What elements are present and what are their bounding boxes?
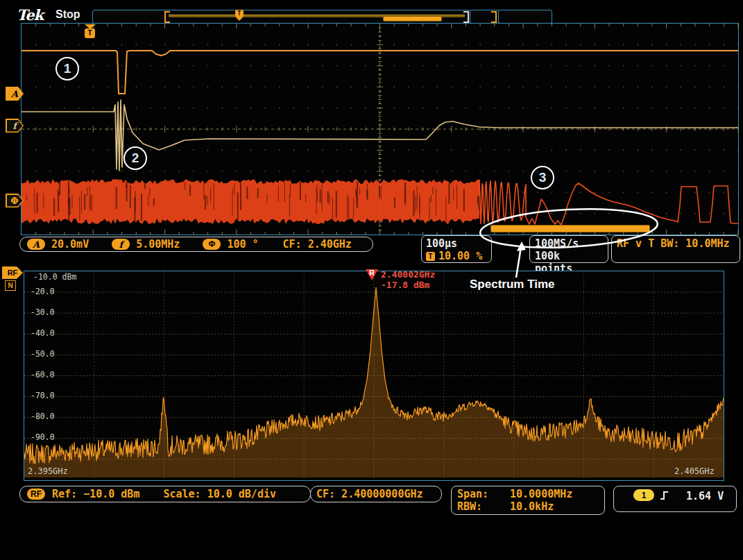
rising-edge-icon <box>660 490 669 504</box>
y-axis-label: -80.0 <box>31 411 55 421</box>
timeline-bracket-open <box>164 11 170 23</box>
y-axis-label: -90.0 <box>31 432 55 442</box>
rf-spectrum-readout-bar[interactable]: RF Ref: −10.0 dBm Scale: 10.0 dB/div <box>19 486 311 502</box>
span-value: 10.0000MHz <box>510 488 572 500</box>
normal-trace-badge: N <box>5 280 16 291</box>
y-axis-label: -70.0 <box>31 391 55 400</box>
trigger-position-readout: 10.00 % <box>438 250 482 262</box>
rbw-value: 10.0kHz <box>510 500 554 513</box>
span-label: Span: <box>457 488 510 500</box>
timeline-trigger-marker: T <box>235 10 244 21</box>
rf-bandwidth-readout[interactable]: RF v T BW: 10.0MHz <box>611 235 740 263</box>
y-axis-label: -30.0 <box>31 307 55 317</box>
y-axis-label: -20.0 <box>31 287 55 296</box>
center-frequency-readout[interactable]: CF: 2.40000000GHz <box>310 486 442 502</box>
timebase-readout[interactable]: 100µs T 10.00 % <box>421 235 492 263</box>
spectrum-trace <box>24 271 724 480</box>
trigger-position-marker: T <box>85 24 96 38</box>
callout-1: 1 <box>55 57 79 80</box>
rf-vs-time-bw: RF v T BW: 10.0MHz <box>617 237 735 250</box>
start-frequency-label: 2.395GHz <box>28 466 68 476</box>
reference-marker-letter: R <box>369 269 375 277</box>
y-axis-label: -50.0 <box>31 349 55 359</box>
amplitude-readout: 20.0mV <box>51 238 89 251</box>
trigger-badge: T <box>426 252 435 261</box>
acquisition-status: Stop <box>55 8 80 21</box>
time-domain-traces <box>22 24 738 235</box>
callout-2: 2 <box>123 146 147 170</box>
ref-level-readout: Ref: −10.0 dBm <box>52 488 139 500</box>
trigger-readout[interactable]: 1 1.64 V <box>613 486 737 512</box>
channel-1-badge: 1 <box>633 489 654 501</box>
span-rbw-readout[interactable]: Span: 10.0000MHz RBW: 10.0kHz <box>451 486 605 515</box>
trigger-level-readout: 1.64 V <box>686 490 724 502</box>
tek-logo: Tek <box>17 6 43 24</box>
rf-badge: RF <box>27 489 45 500</box>
oscilloscope-screen: Tek Stop T T A f Φ A 20.0mV f 5.00MHz Φ … <box>0 0 743 560</box>
rbw-label: RBW: <box>457 500 510 513</box>
ref-level-label: -10.0 dBm <box>33 272 76 282</box>
rf-time-readout-bar[interactable]: A 20.0mV f 5.00MHz Φ 100 ° CF: 2.40GHz <box>19 237 373 252</box>
y-axis-label: -60.0 <box>31 370 55 380</box>
rf-channel-badge: RF <box>2 266 23 279</box>
cf-value: CF: 2.40000000GHz <box>316 488 423 500</box>
y-axis-label: -40.0 <box>31 328 55 338</box>
marker-frequency-readout: 2.40002GHz <box>381 269 435 280</box>
frequency-badge: f <box>112 239 130 250</box>
amplitude-badge: A <box>27 239 45 250</box>
callout-3: 3 <box>531 166 554 189</box>
timeline-pan-box[interactable] <box>498 10 552 24</box>
frequency-readout: 5.00MHz <box>136 238 180 251</box>
marker-amplitude-readout: -17.8 dBm <box>381 280 429 290</box>
timeline-bracket-zoom <box>491 11 497 23</box>
time-domain-graticule <box>21 23 739 235</box>
record-readout[interactable]: 100MS/s 100k points <box>529 235 608 263</box>
spectrum-time-bar <box>490 225 650 232</box>
spectrum-time-label: Spectrum Time <box>470 278 555 291</box>
timeline-highlight-bar <box>383 16 442 22</box>
cf-readout: CF: 2.40GHz <box>283 238 352 251</box>
horizontal-scale: 100µs <box>426 237 487 250</box>
sample-rate: 100MS/s <box>535 237 603 250</box>
phase-readout: 100 ° <box>227 238 258 251</box>
phase-badge: Φ <box>203 239 221 250</box>
stop-frequency-label: 2.405GHz <box>674 466 715 476</box>
timeline-bracket-close <box>463 11 469 23</box>
spectrum-graticule <box>24 271 724 481</box>
annotation-arrow-head <box>517 241 526 251</box>
scale-readout: Scale: 10.0 dB/div <box>163 488 276 500</box>
